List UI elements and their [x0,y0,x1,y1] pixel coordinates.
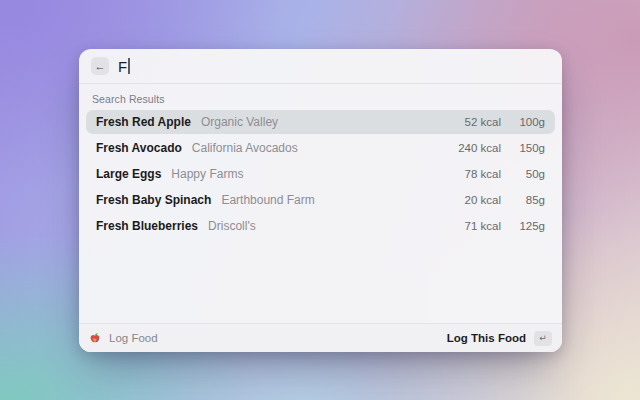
text-caret [128,58,130,74]
food-row[interactable]: Fresh Blueberries Driscoll's 71 kcal 125… [86,214,555,238]
search-bar: ← F [79,49,562,83]
enter-keycap: ↵ [534,331,552,346]
app-name-label: Log Food [109,332,158,344]
food-weight: 85g [515,194,545,206]
food-brand: Organic Valley [201,115,278,129]
log-this-food-button[interactable]: Log This Food ↵ [447,331,552,346]
food-name: Large Eggs [96,167,161,181]
food-kcal: 52 kcal [465,116,501,128]
food-brand: California Avocados [192,141,298,155]
food-kcal: 71 kcal [465,220,501,232]
food-weight: 100g [515,116,545,128]
action-bar: Log Food Log This Food ↵ [79,323,562,352]
primary-action-label: Log This Food [447,332,526,344]
search-query-text: F [118,58,127,75]
food-brand: Happy Farms [171,167,243,181]
food-name: Fresh Blueberries [96,219,198,233]
back-button[interactable]: ← [91,57,109,75]
apple-icon [89,332,101,344]
food-row[interactable]: Fresh Avocado California Avocados 240 kc… [86,136,555,160]
food-row[interactable]: Large Eggs Happy Farms 78 kcal 50g [86,162,555,186]
food-row[interactable]: Fresh Red Apple Organic Valley 52 kcal 1… [86,110,555,134]
food-brand: Earthbound Farm [221,193,314,207]
food-kcal: 240 kcal [458,142,501,154]
food-weight: 125g [515,220,545,232]
food-weight: 50g [515,168,545,180]
section-header: Search Results [79,84,562,110]
search-input[interactable]: F [118,58,130,75]
food-row[interactable]: Fresh Baby Spinach Earthbound Farm 20 kc… [86,188,555,212]
food-kcal: 20 kcal [465,194,501,206]
food-weight: 150g [515,142,545,154]
food-search-palette: ← F Search Results Fresh Red Apple Organ… [79,49,562,352]
food-kcal: 78 kcal [465,168,501,180]
food-name: Fresh Avocado [96,141,182,155]
food-name: Fresh Baby Spinach [96,193,211,207]
food-name: Fresh Red Apple [96,115,191,129]
food-brand: Driscoll's [208,219,256,233]
results-list: Fresh Red Apple Organic Valley 52 kcal 1… [79,110,562,240]
return-key-icon: ↵ [539,333,547,343]
back-arrow-icon: ← [95,60,106,72]
